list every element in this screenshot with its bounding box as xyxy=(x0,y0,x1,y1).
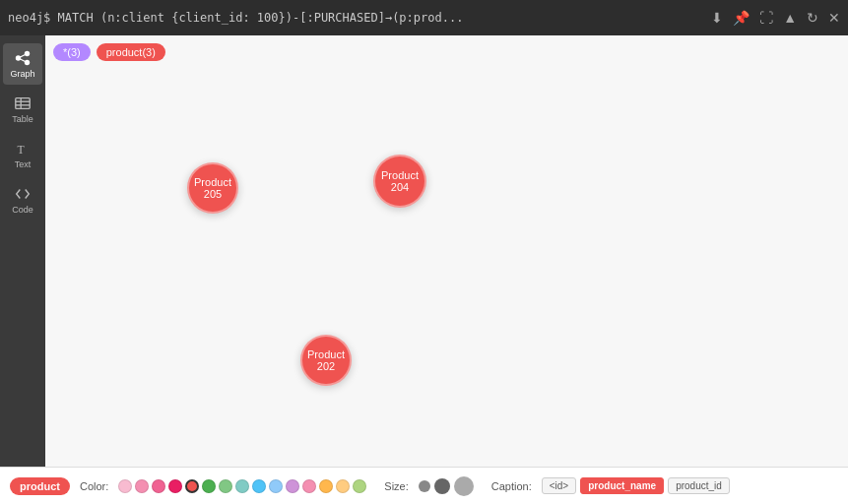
caption-id-button[interactable]: <id> xyxy=(542,477,576,494)
table-label: Table xyxy=(12,114,33,124)
main-area: Graph Table T Text xyxy=(0,35,848,467)
caption-label: Caption: xyxy=(491,480,532,492)
sidebar-item-graph[interactable]: Graph xyxy=(3,43,42,85)
refresh-icon[interactable]: ↻ xyxy=(807,10,818,26)
table-icon xyxy=(14,94,32,112)
node-204[interactable]: Product 204 xyxy=(373,155,426,208)
top-bar: neo4j$ MATCH (n:client {client_id: 100})… xyxy=(0,0,848,35)
text-label: Text xyxy=(15,159,32,169)
node-205[interactable]: Product 205 xyxy=(187,162,238,214)
pin-icon[interactable]: 📌 xyxy=(733,10,750,26)
swatch-14[interactable] xyxy=(353,479,366,493)
code-label: Code xyxy=(12,205,33,215)
size-dot-large[interactable] xyxy=(454,476,474,496)
sidebar-item-code[interactable]: Code xyxy=(3,179,42,220)
size-label: Size: xyxy=(384,480,408,492)
size-swatches xyxy=(419,476,474,496)
node-202[interactable]: Product 202 xyxy=(300,335,352,386)
sidebar-item-text[interactable]: T Text xyxy=(3,134,42,175)
node-204-label: Product 204 xyxy=(381,169,419,193)
svg-rect-5 xyxy=(16,98,30,109)
swatch-7[interactable] xyxy=(235,479,249,493)
graph-edges xyxy=(45,35,848,467)
expand-icon[interactable]: ⛶ xyxy=(759,10,773,26)
query-text: neo4j$ MATCH (n:client {client_id: 100})… xyxy=(8,11,711,25)
size-dot-small[interactable] xyxy=(419,480,430,492)
color-swatches xyxy=(118,479,366,493)
sidebar-item-table[interactable]: Table xyxy=(3,89,42,130)
up-icon[interactable]: ▲ xyxy=(783,10,797,26)
graph-area[interactable]: *(3) product(3) Product 205 Product 204 … xyxy=(45,35,848,467)
graph-icon xyxy=(14,49,32,67)
code-icon xyxy=(14,185,32,203)
sidebar: Graph Table T Text xyxy=(0,35,45,467)
bottom-bar: product Color: Size: Caption: < xyxy=(0,467,848,504)
product-tag[interactable]: product(3) xyxy=(97,43,165,61)
node-205-label: Product 205 xyxy=(194,176,231,200)
caption-options: <id> product_name product_id xyxy=(542,477,730,494)
swatch-5[interactable] xyxy=(202,479,216,493)
node-202-label: Product 202 xyxy=(307,348,345,372)
color-label: Color: xyxy=(80,480,108,492)
swatch-2[interactable] xyxy=(152,479,165,493)
caption-pid-button[interactable]: product_id xyxy=(668,477,730,494)
product-badge[interactable]: product xyxy=(10,477,70,495)
swatch-9[interactable] xyxy=(269,479,283,493)
graph-label: Graph xyxy=(10,69,34,79)
tags-row: *(3) product(3) xyxy=(53,43,165,61)
swatch-8[interactable] xyxy=(252,479,266,493)
text-icon: T xyxy=(14,140,32,158)
download-icon[interactable]: ⬇ xyxy=(711,10,723,26)
swatch-11[interactable] xyxy=(302,479,316,493)
swatch-12[interactable] xyxy=(319,479,333,493)
svg-text:T: T xyxy=(18,144,25,157)
top-bar-icons: ⬇ 📌 ⛶ ▲ ↻ ✕ xyxy=(711,10,840,26)
swatch-10[interactable] xyxy=(286,479,299,493)
swatch-13[interactable] xyxy=(336,479,350,493)
swatch-1[interactable] xyxy=(135,479,149,493)
swatch-4[interactable] xyxy=(185,479,199,493)
size-dot-medium[interactable] xyxy=(434,478,450,494)
caption-name-button[interactable]: product_name xyxy=(580,477,664,494)
swatch-6[interactable] xyxy=(219,479,232,493)
client-tag[interactable]: *(3) xyxy=(53,43,91,61)
swatch-3[interactable] xyxy=(168,479,182,493)
close-icon[interactable]: ✕ xyxy=(828,10,840,26)
swatch-0[interactable] xyxy=(118,479,132,493)
